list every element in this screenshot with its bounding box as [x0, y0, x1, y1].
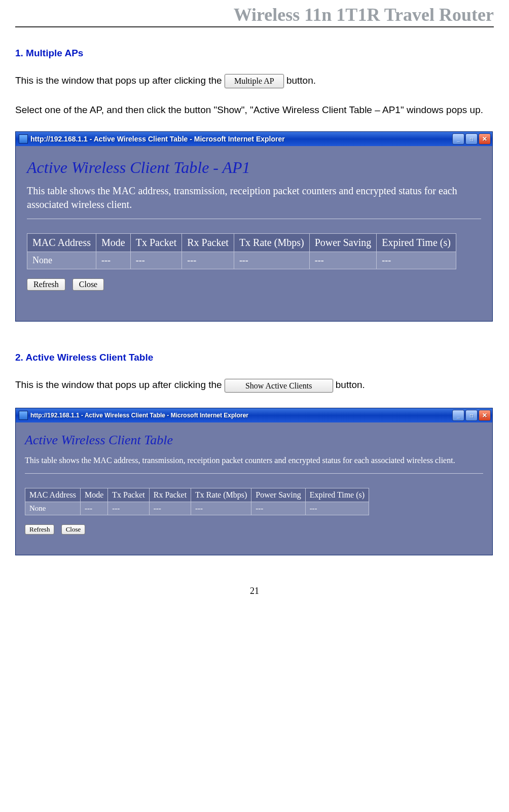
close-window-button[interactable]: ✕	[479, 410, 491, 421]
refresh-button[interactable]: Refresh	[27, 278, 65, 291]
col-expired: Expired Time (s)	[377, 234, 456, 252]
panel-desc-2: This table shows the MAC address, transm…	[25, 455, 483, 466]
col-mac: MAC Address	[27, 234, 96, 252]
divider	[25, 473, 483, 474]
ie-content-2: Active Wireless Client Table This table …	[16, 422, 492, 555]
col-power: Power Saving	[309, 234, 377, 252]
page-number: 21	[15, 586, 494, 596]
cell-txrate: ---	[234, 252, 309, 269]
ie-content-1: Active Wireless Client Table - AP1 This …	[16, 146, 492, 321]
cell-expired: ---	[377, 252, 456, 269]
document-title: Wireless 11n 1T1R Travel Router	[234, 5, 494, 25]
cell-rx: ---	[149, 502, 191, 515]
section-2-heading: 2. Active Wireless Client Table	[15, 352, 494, 363]
panel-desc-1: This table shows the MAC address, transm…	[27, 184, 481, 211]
panel-buttons-2: Refresh Close	[25, 524, 483, 535]
minimize-button[interactable]: _	[452, 410, 464, 421]
cell-tx: ---	[130, 252, 182, 269]
col-tx: Tx Packet	[130, 234, 182, 252]
col-mac: MAC Address	[25, 488, 81, 502]
col-tx: Tx Packet	[108, 488, 149, 502]
cell-mode: ---	[81, 502, 108, 515]
refresh-button[interactable]: Refresh	[25, 524, 54, 535]
ie-titlebar-2: http://192.168.1.1 - Active Wireless Cli…	[16, 408, 492, 422]
close-button[interactable]: Close	[72, 278, 104, 291]
minimize-button[interactable]: _	[452, 133, 464, 145]
ie-titlebar-1: http://192.168.1.1 - Active Wireless Cli…	[16, 132, 492, 146]
col-power: Power Saving	[251, 488, 305, 502]
cell-power: ---	[309, 252, 377, 269]
show-active-clients-button[interactable]: Show Active Clients	[225, 379, 333, 393]
ie-icon	[19, 134, 28, 144]
section-2-intro-post: button.	[336, 379, 365, 390]
ie-window-2: http://192.168.1.1 - Active Wireless Cli…	[15, 408, 493, 555]
cell-mode: ---	[96, 252, 131, 269]
close-window-button[interactable]: ✕	[479, 133, 491, 145]
cell-rx: ---	[182, 252, 234, 269]
maximize-button[interactable]: □	[465, 410, 478, 421]
table-row: None --- --- --- --- --- ---	[25, 502, 369, 515]
cell-mac: None	[25, 502, 81, 515]
maximize-button[interactable]: □	[465, 133, 478, 145]
cell-tx: ---	[108, 502, 149, 515]
section-1-below: Select one of the AP, and then click the…	[15, 103, 494, 117]
cell-txrate: ---	[191, 502, 251, 515]
cell-expired: ---	[305, 502, 369, 515]
panel-title-1: Active Wireless Client Table - AP1	[27, 158, 481, 177]
ie-title-text-2: http://192.168.1.1 - Active Wireless Cli…	[30, 412, 451, 419]
cell-power: ---	[251, 502, 305, 515]
close-button[interactable]: Close	[61, 524, 86, 535]
col-rx: Rx Packet	[182, 234, 234, 252]
section-2-intro-pre: This is the window that pops up after cl…	[15, 379, 225, 390]
col-rx: Rx Packet	[149, 488, 191, 502]
section-1-intro-post: button.	[286, 75, 316, 86]
section-1-intro: This is the window that pops up after cl…	[15, 74, 494, 88]
ie-icon	[19, 411, 28, 420]
panel-buttons-1: Refresh Close	[27, 278, 481, 291]
document-header: Wireless 11n 1T1R Travel Router	[15, 0, 494, 27]
ie-window-1: http://192.168.1.1 - Active Wireless Cli…	[15, 131, 493, 322]
client-table-1: MAC Address Mode Tx Packet Rx Packet Tx …	[27, 233, 456, 269]
section-2-intro: This is the window that pops up after cl…	[15, 378, 494, 393]
ie-title-text-1: http://192.168.1.1 - Active Wireless Cli…	[30, 135, 451, 143]
col-txrate: Tx Rate (Mbps)	[234, 234, 309, 252]
divider	[27, 219, 481, 219]
panel-title-2: Active Wireless Client Table	[25, 433, 483, 448]
section-1-heading: 1. Multiple APs	[15, 48, 494, 59]
cell-mac: None	[27, 252, 96, 269]
table-row: None --- --- --- --- --- ---	[27, 252, 456, 269]
col-expired: Expired Time (s)	[305, 488, 369, 502]
col-txrate: Tx Rate (Mbps)	[191, 488, 251, 502]
col-mode: Mode	[81, 488, 108, 502]
table-header-row: MAC Address Mode Tx Packet Rx Packet Tx …	[27, 234, 456, 252]
section-1-intro-pre: This is the window that pops up after cl…	[15, 75, 225, 86]
table-header-row: MAC Address Mode Tx Packet Rx Packet Tx …	[25, 488, 369, 502]
client-table-2: MAC Address Mode Tx Packet Rx Packet Tx …	[25, 488, 369, 515]
multiple-ap-button[interactable]: Multiple AP	[225, 74, 284, 88]
col-mode: Mode	[96, 234, 131, 252]
